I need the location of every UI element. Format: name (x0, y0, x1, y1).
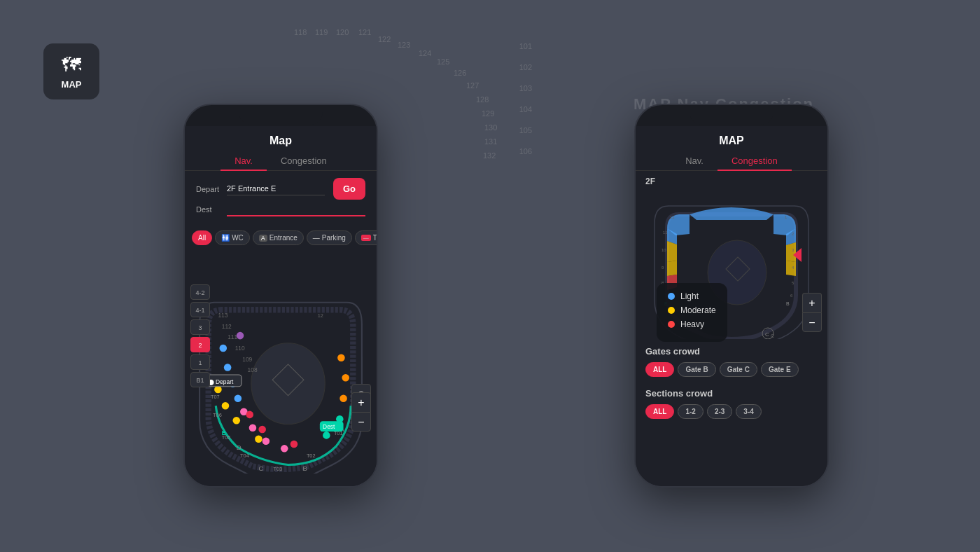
floor-4-1[interactable]: 4-1 (190, 302, 210, 317)
gate-e-chip[interactable]: Gate E (761, 362, 799, 377)
svg-point-28 (246, 411, 253, 419)
floor-selector: 4-2 4-1 3 2 1 B1 (190, 284, 210, 387)
svg-point-26 (233, 417, 241, 425)
svg-text:E: E (222, 429, 226, 436)
map-icon: 🗺 (62, 53, 81, 76)
svg-text:6: 6 (790, 294, 793, 298)
svg-point-16 (220, 345, 227, 352)
nav-inputs: Depart Go Dest (185, 171, 377, 226)
legend-light-dot (668, 293, 675, 300)
zoom-in-cong[interactable]: + (802, 293, 822, 312)
phone-nav: Map Nav. Congestion Depart Go Dest All 🚻… (183, 104, 378, 488)
sections-all-chip[interactable]: ALL (645, 404, 674, 419)
svg-point-17 (224, 364, 232, 371)
tab-congestion[interactable]: Congestion (267, 151, 341, 170)
sections-crowd-chips: ALL 1-2 2-3 3-4 (645, 404, 818, 419)
gate-c-chip[interactable]: Gate C (720, 362, 757, 377)
map-area-nav: 4-2 4-1 3 2 1 B1 (185, 249, 377, 474)
map-area-congestion: 2F (636, 171, 827, 339)
section-1-2-chip[interactable]: 1-2 (678, 404, 703, 419)
gates-all-chip[interactable]: ALL (645, 362, 674, 377)
svg-text:D: D (237, 443, 241, 451)
tab2-nav[interactable]: Nav. (671, 151, 718, 170)
svg-text:10: 10 (662, 248, 666, 252)
phone2-notch (690, 105, 774, 125)
svg-point-22 (262, 438, 270, 446)
floor-3[interactable]: 3 (190, 319, 210, 335)
floor-1[interactable]: 1 (190, 354, 210, 370)
svg-point-23 (281, 445, 288, 453)
legend-light-label: Light (680, 291, 699, 301)
zoom-out-cong[interactable]: − (802, 312, 822, 332)
filter-parking[interactable]: —Parking (307, 230, 352, 245)
svg-text:Dest: Dest (323, 423, 335, 430)
legend-heavy: Heavy (668, 319, 716, 329)
svg-text:110: 110 (235, 345, 245, 352)
dest-input[interactable] (227, 202, 365, 216)
go-button[interactable]: Go (333, 178, 365, 200)
svg-text:B: B (303, 464, 307, 472)
phone-notch (239, 105, 323, 125)
svg-point-31 (323, 432, 330, 439)
legend-moderate-dot (668, 307, 675, 314)
svg-text:C: C (258, 464, 263, 472)
tab-nav[interactable]: Nav. (220, 151, 267, 170)
svg-point-27 (255, 435, 262, 443)
sections-crowd-title: Sections crowd (645, 388, 818, 399)
section-3-4-chip[interactable]: 3-4 (736, 404, 761, 419)
filter-ticket-office[interactable]: —Ticket office (355, 230, 377, 245)
gates-crowd-section: Gates crowd ALL Gate B Gate C Gate E (636, 339, 827, 381)
zoom-in-nav[interactable]: + (351, 392, 371, 412)
filter-wc[interactable]: 🚻WC (215, 230, 250, 245)
floor-b1[interactable]: B1 (190, 372, 210, 387)
phone-congestion: MAP Nav. Congestion 2F (634, 104, 829, 488)
stadium-map-nav: 113 112 111 110 109 108 12 T07 T06 T05 T… (185, 249, 377, 474)
filter-chips: All 🚻WC AEntrance —Parking —Ticket offic… (185, 226, 377, 249)
phone1-header: Map (185, 126, 377, 151)
svg-point-29 (258, 426, 266, 434)
svg-point-34 (342, 374, 349, 382)
svg-text:111: 111 (227, 333, 237, 340)
legend-light: Light (668, 291, 716, 301)
legend-moderate: Moderate (668, 305, 716, 315)
svg-point-35 (337, 354, 345, 361)
svg-text:T02: T02 (307, 453, 316, 459)
svg-text:T06: T06 (213, 412, 222, 418)
dest-row: Dest (196, 202, 365, 216)
phone2-tabs: Nav. Congestion (636, 151, 827, 171)
svg-text:B: B (786, 301, 790, 306)
svg-text:T04: T04 (240, 453, 249, 459)
svg-text:108: 108 (248, 366, 258, 373)
phone-inner-nav: Map Nav. Congestion Depart Go Dest All 🚻… (185, 126, 377, 486)
phone-inner-congestion: MAP Nav. Congestion 2F (636, 126, 827, 486)
svg-text:11: 11 (663, 230, 668, 235)
filter-all[interactable]: All (192, 230, 212, 245)
svg-text:T07: T07 (211, 394, 220, 400)
svg-point-0 (251, 343, 325, 425)
gates-crowd-title: Gates crowd (645, 346, 818, 357)
svg-text:109: 109 (242, 356, 252, 363)
svg-text:9: 9 (662, 265, 664, 270)
svg-text:112: 112 (222, 323, 232, 330)
legend-heavy-label: Heavy (680, 319, 704, 329)
zoom-controls-congestion: + − (802, 293, 822, 332)
svg-text:⬤ Depart: ⬤ Depart (208, 378, 234, 385)
svg-point-36 (237, 332, 244, 340)
svg-text:C: C (765, 331, 769, 338)
zoom-controls-nav: + − (351, 392, 371, 432)
filter-entrance[interactable]: AEntrance (253, 230, 304, 245)
svg-point-25 (222, 402, 230, 410)
phone1-tabs: Nav. Congestion (185, 151, 377, 171)
tab2-congestion[interactable]: Congestion (718, 151, 792, 170)
depart-input[interactable] (227, 182, 325, 195)
svg-text:T03: T03 (273, 466, 282, 472)
phone2-header: MAP (636, 126, 827, 151)
gate-b-chip[interactable]: Gate B (678, 362, 715, 377)
section-2-3-chip[interactable]: 2-3 (707, 404, 732, 419)
floor-2[interactable]: 2 (190, 337, 210, 352)
zoom-out-nav[interactable]: − (351, 412, 371, 432)
svg-point-21 (249, 425, 257, 432)
floor-4-2[interactable]: 4-2 (190, 284, 210, 300)
depart-label: Depart (196, 185, 221, 193)
depart-row: Depart Go (196, 178, 365, 200)
